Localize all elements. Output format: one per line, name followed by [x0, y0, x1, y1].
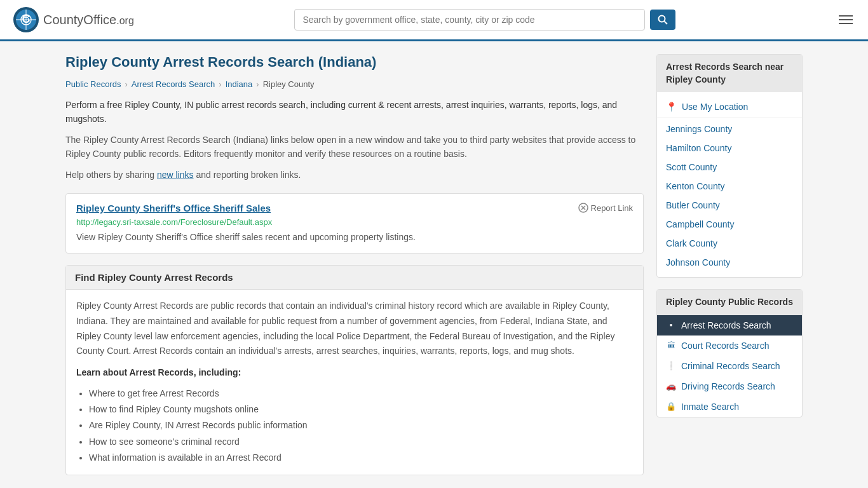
- breadcrumb-current: Ripley County: [263, 79, 315, 89]
- breadcrumb-arrest-records-search[interactable]: Arrest Records Search: [132, 79, 215, 89]
- breadcrumb-public-records[interactable]: Public Records: [65, 79, 121, 89]
- learn-item: Are Ripley County, IN Arrest Records pub…: [89, 417, 633, 433]
- hamburger-icon: [839, 23, 853, 24]
- pub-rec-driving-records[interactable]: 🚗 Driving Records Search: [657, 376, 802, 396]
- header: C CountyOffice.org: [0, 0, 868, 41]
- intro-text-2: The Ripley County Arrest Records Search …: [65, 133, 644, 161]
- search-icon: [658, 15, 668, 25]
- logo-icon: C: [13, 6, 39, 33]
- criminal-records-icon: ❕: [666, 361, 676, 370]
- nearby-county-kenton[interactable]: Kenton County: [657, 177, 802, 196]
- pub-rec-criminal-records[interactable]: ❕ Criminal Records Search: [657, 356, 802, 376]
- nearby-county-butler[interactable]: Butler County: [657, 196, 802, 215]
- search-area: [294, 9, 675, 30]
- logo-text: CountyOffice.org: [43, 13, 134, 27]
- nearby-county-johnson[interactable]: Johnson County: [657, 253, 802, 272]
- nearby-body: 📍 Use My Location Jennings County Hamilt…: [657, 92, 802, 277]
- main-container: Ripley County Arrest Records Search (Ind…: [53, 54, 815, 487]
- breadcrumb-indiana[interactable]: Indiana: [226, 79, 253, 89]
- find-section-text: Ripley County Arrest Records are public …: [76, 299, 633, 359]
- driving-records-icon: 🚗: [666, 381, 676, 391]
- inmate-search-icon: 🔒: [666, 402, 676, 411]
- location-icon: 📍: [666, 102, 677, 112]
- nearby-county-hamilton[interactable]: Hamilton County: [657, 139, 802, 158]
- nearby-county-jennings[interactable]: Jennings County: [657, 119, 802, 139]
- search-input[interactable]: [294, 9, 645, 30]
- public-records-header: Ripley County Public Records: [657, 290, 802, 315]
- page-title: Ripley County Arrest Records Search (Ind…: [65, 54, 644, 71]
- find-section-body: Ripley County Arrest Records are public …: [66, 290, 643, 475]
- hamburger-icon: [839, 15, 853, 17]
- learn-item: What information is available in an Arre…: [89, 450, 633, 466]
- use-my-location-link[interactable]: Use My Location: [682, 102, 748, 112]
- public-records-body: ▪ Arrest Records Search 🏛 Court Records …: [657, 315, 802, 417]
- link-card-title: Ripley County Sheriff's Office Sheriff S…: [76, 203, 271, 214]
- learn-item: How to find Ripley County mugshots onlin…: [89, 402, 633, 417]
- report-icon: [578, 203, 588, 213]
- logo-area: C CountyOffice.org: [13, 6, 134, 33]
- svg-point-7: [659, 16, 665, 22]
- link-card-title-link[interactable]: Ripley County Sheriff's Office Sheriff S…: [76, 203, 271, 214]
- report-link-button[interactable]: Report Link: [578, 203, 633, 213]
- learn-list: Where to get free Arrest Records How to …: [89, 386, 633, 466]
- learn-label: Learn about Arrest Records, including:: [76, 365, 633, 381]
- nearby-county-clark[interactable]: Clark County: [657, 234, 802, 253]
- link-card-url: http://legacy.sri-taxsale.com/Foreclosur…: [76, 217, 633, 227]
- nearby-county-campbell[interactable]: Campbell County: [657, 215, 802, 234]
- learn-item: How to see someone's criminal record: [89, 434, 633, 450]
- use-my-location-item[interactable]: 📍 Use My Location: [657, 97, 802, 116]
- hamburger-icon: [839, 19, 853, 20]
- sidebar: Arrest Records Search near Ripley County…: [656, 54, 803, 487]
- learn-item: Where to get free Arrest Records: [89, 386, 633, 402]
- new-links-link[interactable]: new links: [157, 170, 194, 180]
- arrest-records-icon: ▪: [666, 320, 676, 330]
- menu-button[interactable]: [836, 10, 855, 29]
- public-records-section: Ripley County Public Records ▪ Arrest Re…: [656, 289, 803, 417]
- link-card-header: Ripley County Sheriff's Office Sheriff S…: [76, 203, 633, 214]
- link-card-desc: View Ripley County Sheriff's Office sher…: [76, 231, 633, 244]
- nearby-county-scott[interactable]: Scott County: [657, 158, 802, 177]
- search-button[interactable]: [650, 10, 675, 30]
- find-section: Find Ripley County Arrest Records Ripley…: [65, 265, 644, 475]
- intro-text-1: Perform a free Ripley County, IN public …: [65, 98, 644, 126]
- svg-line-8: [665, 22, 668, 25]
- court-records-icon: 🏛: [666, 341, 676, 350]
- pub-rec-arrest-records[interactable]: ▪ Arrest Records Search: [657, 315, 802, 336]
- nearby-header: Arrest Records Search near Ripley County: [657, 55, 802, 92]
- content-area: Ripley County Arrest Records Search (Ind…: [65, 54, 644, 487]
- pub-rec-inmate-search[interactable]: 🔒 Inmate Search: [657, 396, 802, 417]
- intro-text-3: Help others by sharing new links and rep…: [65, 168, 644, 182]
- pub-rec-court-records[interactable]: 🏛 Court Records Search: [657, 336, 802, 356]
- find-section-header: Find Ripley County Arrest Records: [66, 266, 643, 290]
- link-card: Ripley County Sheriff's Office Sheriff S…: [65, 193, 644, 254]
- nearby-section: Arrest Records Search near Ripley County…: [656, 54, 803, 278]
- breadcrumb: Public Records › Arrest Records Search ›…: [65, 79, 644, 89]
